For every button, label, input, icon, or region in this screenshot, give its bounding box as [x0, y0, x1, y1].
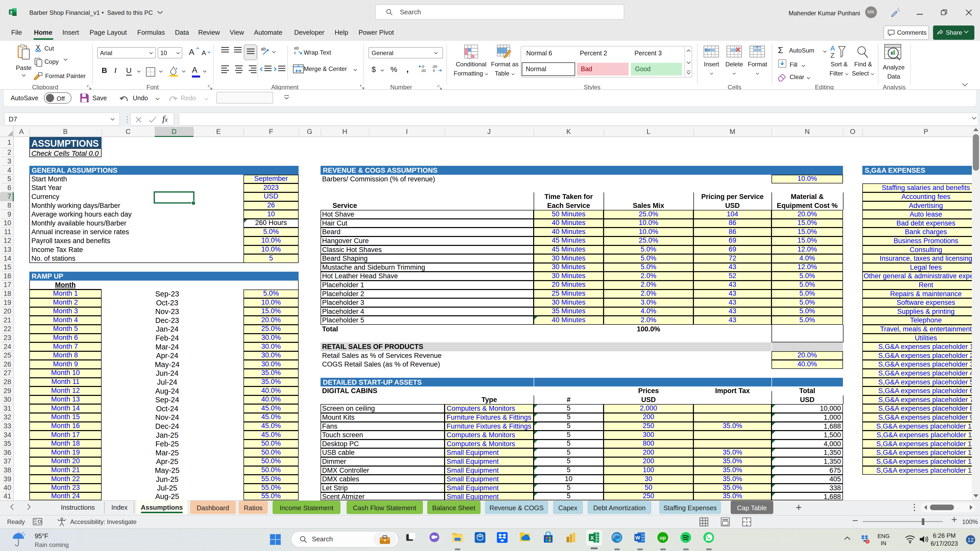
svg-text:c: c [294, 50, 296, 55]
svg-text:0: 0 [433, 68, 435, 73]
svg-text:5: 5 [867, 540, 869, 544]
svg-text:X: X [590, 535, 594, 541]
svg-text:.00: .00 [432, 64, 437, 68]
svg-text:A: A [830, 45, 835, 52]
svg-text:ab: ab [261, 46, 266, 52]
svg-text:.00: .00 [421, 68, 426, 73]
svg-text:W: W [635, 535, 640, 540]
svg-text:0: 0 [422, 64, 424, 68]
svg-text:ab: ab [294, 46, 299, 51]
svg-text:Z: Z [830, 52, 835, 59]
svg-text:up: up [660, 535, 666, 540]
svg-text:X: X [10, 10, 13, 14]
